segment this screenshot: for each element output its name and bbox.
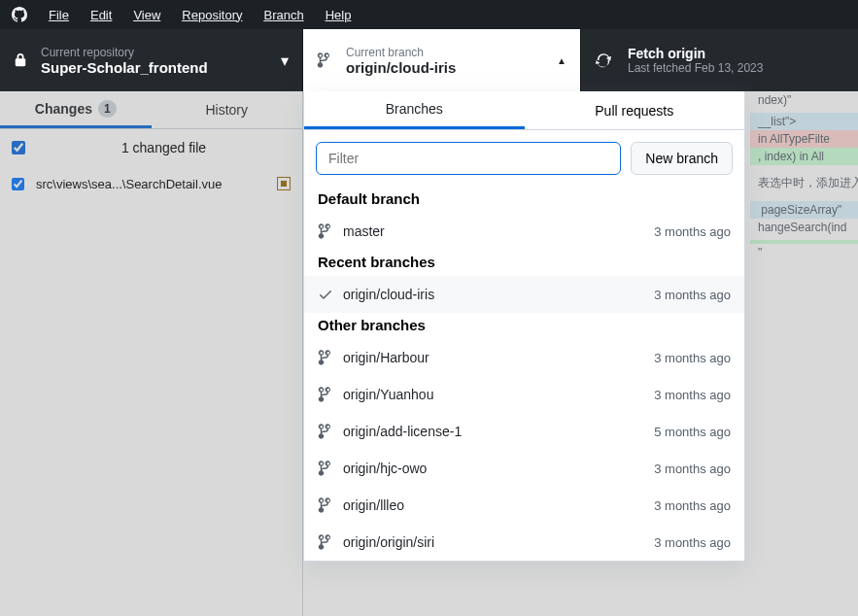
branch-row[interactable]: origin/Yuanhou3 months ago [304,376,744,413]
repo-sublabel: Current repository [41,46,267,59]
branch-age: 3 months ago [654,224,731,239]
branch-sublabel: Current branch [346,46,543,59]
new-branch-button[interactable]: New branch [631,142,733,175]
branch-name: origin/add-license-1 [343,424,462,439]
toolbar: Current repository Super-Scholar_fronten… [0,29,858,91]
menu-repository[interactable]: Repository [182,8,242,22]
branch-name: origin/origin/siri [343,534,434,550]
section-default-branch: Default branch [304,187,744,213]
git-branch-icon [317,52,332,68]
branch-name: origin/hjc-owo [343,461,427,476]
menu-file[interactable]: File [49,8,69,22]
branch-age: 5 months ago [654,425,731,439]
branch-filter-input[interactable] [316,142,621,175]
chevron-down-icon: ▾ [281,51,289,70]
section-recent-branches: Recent branches [304,250,744,276]
git-branch-icon [318,350,333,365]
branch-age: 3 months ago [654,388,731,402]
branch-name: origin/cloud-iris [343,287,434,302]
menu-help[interactable]: Help [326,8,352,22]
menu-edit[interactable]: Edit [90,8,112,22]
branch-name: master [343,223,385,239]
github-logo-icon [12,7,27,22]
branch-row[interactable]: origin/origin/siri3 months ago [304,524,744,561]
branch-dropdown: Branches Pull requests New branch Defaul… [303,91,745,562]
branch-row[interactable]: origin/cloud-iris3 months ago [304,276,744,313]
dropdown-tab-pull-requests[interactable]: Pull requests [525,91,745,129]
caret-up-icon: ▲ [557,55,566,66]
branch-name: origin/llleo [343,497,404,513]
menubar: File Edit View Repository Branch Help [0,0,858,29]
current-repository-selector[interactable]: Current repository Super-Scholar_fronten… [0,29,303,91]
git-branch-icon [318,424,333,439]
fetch-origin-button[interactable]: Fetch origin Last fetched Feb 13, 2023 [581,29,858,91]
branch-age: 3 months ago [654,351,731,365]
repo-name: Super-Scholar_frontend [41,59,267,76]
git-branch-icon [318,387,333,402]
sync-icon [595,51,612,69]
branch-name: origin/Yuanhou [343,387,433,402]
branch-age: 3 months ago [654,462,731,476]
dropdown-tab-branches[interactable]: Branches [304,91,525,129]
branch-row[interactable]: origin/llleo3 months ago [304,487,744,524]
branch-row[interactable]: origin/add-license-15 months ago [304,413,744,450]
git-branch-icon [318,534,333,550]
branch-row[interactable]: origin/Harbour3 months ago [304,339,744,376]
branch-name: origin/Harbour [343,350,429,365]
fetch-label: Fetch origin [628,46,763,61]
git-branch-icon [318,223,333,239]
branch-age: 3 months ago [654,535,731,550]
check-icon [318,287,333,302]
current-branch-selector[interactable]: Current branch origin/cloud-iris ▲ [303,29,581,91]
branch-name: origin/cloud-iris [346,59,543,76]
branch-row[interactable]: master3 months ago [304,213,744,250]
git-branch-icon [318,461,333,476]
branch-row[interactable]: origin/hjc-owo3 months ago [304,450,744,487]
lock-icon [14,52,27,68]
fetch-subtext: Last fetched Feb 13, 2023 [628,61,763,75]
branch-age: 3 months ago [654,498,731,513]
menu-view[interactable]: View [133,8,160,22]
branch-age: 3 months ago [654,288,731,302]
git-branch-icon [318,497,333,513]
section-other-branches: Other branches [304,313,744,339]
menu-branch[interactable]: Branch [263,8,303,22]
